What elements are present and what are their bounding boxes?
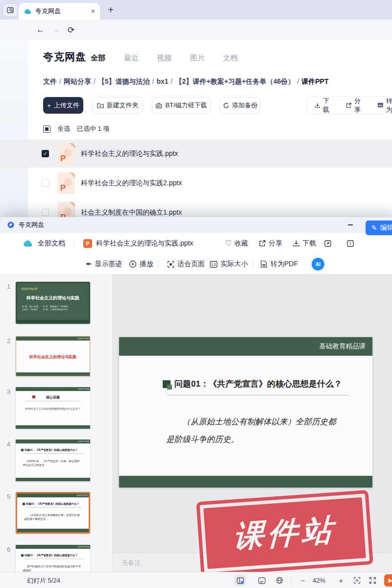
slide-thumbnail-6[interactable]: 基础教育精品课 问题01：《共产党宣言》的核心思想是什么？ 资产阶级的灭亡和无产… (16, 545, 90, 572)
share-button[interactable]: 分享 (259, 233, 282, 254)
tab-search-button[interactable] (3, 3, 18, 17)
tab-all[interactable]: 全部 (91, 53, 105, 63)
breadcrumb-current: 课件PPT (301, 77, 328, 85)
thumb-title: 科学社会主义的理论与实践 (17, 295, 89, 301)
preview-header: 全部文档 P 科学社会主义的理论与实践.pptx (0, 233, 392, 254)
file-row[interactable]: P 社会主义制度在中国的确立1.pptx (0, 198, 392, 217)
question-underline (167, 395, 349, 395)
divider (253, 260, 254, 268)
file-checkbox-checked[interactable]: ✓ (42, 150, 49, 157)
forward-button[interactable]: → (52, 20, 60, 40)
to-pdf-button[interactable]: PDF 转为PDF (260, 254, 298, 274)
browser-tab-bar: 夸克网盘 × + (0, 0, 392, 20)
thumb-badge: 基础教育精品课 (21, 287, 38, 291)
preview-title-bar[interactable]: 夸克网盘 (0, 217, 392, 233)
file-checkbox[interactable] (42, 209, 49, 216)
actual-size-label: 实际大小 (220, 260, 248, 269)
preview-toolbar: ✒ 显示墨迹 播放 适合页面 1: (0, 254, 392, 274)
preview-main-area: 1 基础教育精品课 科学社会主义的理论与实践 年 级：高一年级主讲人：李老师 学… (0, 274, 392, 572)
breadcrumb-item[interactable]: 文件 (43, 77, 57, 85)
svg-text:PDF: PDF (378, 104, 383, 107)
feedback-button[interactable]: ! (346, 233, 354, 254)
slide-thumbnail-1[interactable]: 基础教育精品课 科学社会主义的理论与实践 年 级：高一年级主讲人：李老师 学 科… (16, 282, 90, 324)
breadcrumb-item[interactable]: 【5】道德与法治 (98, 77, 150, 85)
reload-button[interactable]: ⟳ (68, 20, 74, 40)
new-tab-button[interactable]: + (104, 3, 118, 17)
slide-question: 问题01：《共产党宣言》的核心思想是什么？ (163, 378, 342, 393)
minimize-button[interactable] (343, 217, 358, 233)
breadcrumb-item[interactable]: 【2】课件+教案+习题+任务单（46份） (175, 77, 294, 85)
slide-thumbnail-panel[interactable]: 1 基础教育精品课 科学社会主义的理论与实践 年 级：高一年级主讲人：李老师 学… (0, 274, 113, 572)
add-backup-label: 添加备份 (232, 101, 258, 110)
bt-magnet-icon: BT (155, 102, 162, 109)
show-ink-button[interactable]: ✒ 显示墨迹 (86, 254, 122, 274)
new-folder-button[interactable]: 新建文件夹 (92, 97, 143, 114)
convert-action[interactable]: PDF 转为 (377, 97, 392, 114)
slide-thumbnail-2[interactable]: 基础教育精品课 科学社会主义的理论与实践 (16, 336, 90, 376)
ai-assistant-button[interactable]: AI (312, 258, 324, 270)
file-row[interactable]: P 科学社会主义的理论与实践2.pptx (0, 169, 392, 197)
open-in-window-button[interactable] (324, 233, 332, 254)
fullscreen-button[interactable] (367, 575, 378, 586)
favorite-label: 收藏 (234, 239, 248, 248)
select-all-checkbox[interactable] (43, 125, 50, 133)
fit-screen-icon (353, 577, 361, 584)
green-squares-bullet-icon (163, 380, 174, 393)
bt-download-button[interactable]: BT BT/磁力链下载 (152, 97, 211, 114)
favorite-button[interactable]: ♡ 收藏 (225, 233, 248, 254)
fit-page-button[interactable]: 适合页面 (167, 254, 205, 274)
slide-thumbnail-3[interactable]: 基础教育精品课 核心议题 科学社会主义从理论到实践带给我们什么启示？ (16, 387, 90, 429)
actual-size-button[interactable]: 1:1 实际大小 (210, 254, 248, 274)
tab-image[interactable]: 图片 (190, 53, 205, 63)
slideshow-play-button[interactable]: ▶ (384, 574, 392, 587)
translate-button[interactable] (273, 575, 285, 586)
thumb-question: 问题01：《共产党宣言》的核心思想是什么？ (24, 554, 81, 558)
file-name[interactable]: 社会主义制度在中国的确立1.pptx (81, 208, 182, 217)
slide-footer-band (119, 476, 372, 488)
quark-favicon-icon (24, 8, 31, 15)
file-name[interactable]: 科学社会主义的理论与实践.pptx (81, 149, 178, 158)
tab-video[interactable]: 视频 (157, 53, 172, 63)
slide-number: 2 (7, 337, 10, 344)
share-action[interactable]: 分享 (346, 97, 365, 114)
file-checkbox[interactable] (42, 179, 49, 187)
fit-page-icon (167, 261, 174, 268)
download-button[interactable]: 下载 (293, 233, 316, 254)
tab-doc[interactable]: 文档 (223, 53, 238, 63)
upload-button[interactable]: + 上传文件 (43, 97, 83, 114)
fit-screen-button[interactable] (351, 575, 363, 586)
to-pdf-label: 转为PDF (270, 260, 298, 269)
play-circle-icon (129, 260, 137, 268)
browser-tab-quark[interactable]: 夸克网盘 × (19, 3, 100, 20)
thumb-question: 问题01：《共产党宣言》的核心思想是什么？ (24, 448, 81, 452)
folder-plus-icon (97, 102, 104, 108)
fit-page-label: 适合页面 (177, 260, 205, 269)
back-button[interactable]: ← (36, 20, 45, 40)
play-button[interactable]: 播放 (129, 254, 153, 274)
breadcrumb-item[interactable]: bx1 (156, 77, 168, 85)
edit-button[interactable]: ✎ 编辑 (366, 220, 392, 235)
add-backup-button[interactable]: 添加备份 (220, 97, 261, 114)
download-action[interactable]: 下载 (315, 97, 334, 114)
ppt-badge-icon: P (83, 239, 92, 248)
breadcrumb-sep: / (150, 77, 157, 85)
breadcrumb-item[interactable]: 网站分享 (64, 77, 91, 85)
thumbnail-panel-toggle[interactable] (234, 575, 246, 586)
ink-pen-icon: ✒ (86, 260, 92, 269)
file-name[interactable]: 科学社会主义的理论与实践2.pptx (81, 179, 182, 188)
file-row[interactable]: ✓ P 科学社会主义的理论与实践.pptx (0, 140, 392, 168)
notes-toggle[interactable] (256, 575, 268, 586)
stamp-text: 课件站 (233, 509, 337, 557)
tab-close-icon[interactable]: × (91, 7, 95, 15)
window-search-icon (7, 7, 14, 14)
all-docs-link[interactable]: 全部文档 (38, 239, 65, 248)
breadcrumb-sep: / (91, 77, 98, 85)
slide-thumbnail-4[interactable]: 基础教育精品课 问题01：《共产党宣言》的核心思想是什么？ 1848年2月，《共… (16, 440, 90, 481)
tab-recent[interactable]: 最近 (124, 53, 139, 63)
download-label: 下载 (323, 97, 334, 114)
notes-placeholder: 无备注 (122, 553, 141, 572)
slide-number: 6 (7, 546, 10, 553)
slide-thumbnail-5-selected[interactable]: 基础教育精品课 问题01：《共产党宣言》的核心思想是什么？ （从原始土地公有制解… (16, 492, 90, 534)
zoom-out-button[interactable]: − (297, 575, 309, 586)
zoom-in-button[interactable]: + (335, 575, 347, 586)
